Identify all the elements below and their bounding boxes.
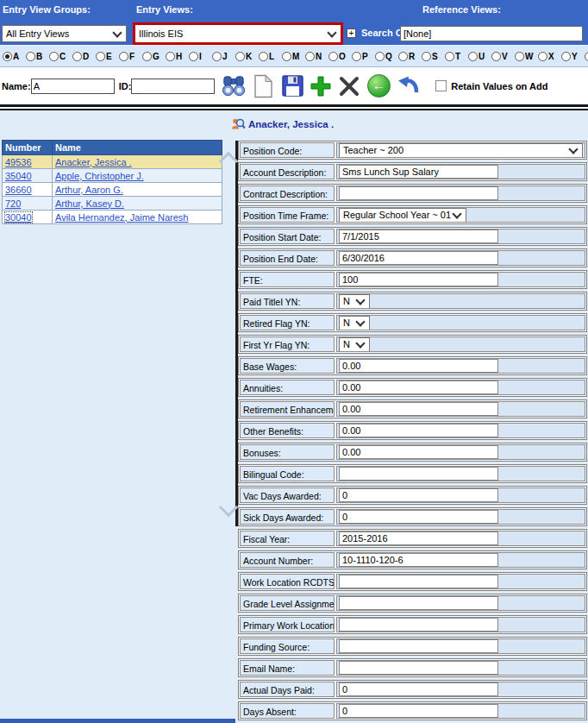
alphabet-option-f[interactable]: F (119, 52, 142, 61)
table-row[interactable]: 49536Anacker, Jessica . (3, 155, 222, 169)
alphabet-option-a[interactable]: A (3, 52, 26, 61)
radio-icon[interactable] (72, 52, 82, 61)
field-select-first-yr-flag-yn[interactable]: N (339, 337, 370, 352)
alphabet-option-s[interactable]: S (422, 52, 445, 61)
radio-icon[interactable] (166, 52, 175, 61)
row-name-link[interactable]: Apple, Christopher J. (55, 171, 144, 181)
row-number-link[interactable]: 720 (5, 198, 21, 209)
field-input-contract-description[interactable] (339, 186, 498, 200)
alphabet-option-r[interactable]: R (398, 52, 422, 61)
radio-icon[interactable] (398, 52, 408, 61)
radio-icon[interactable] (282, 52, 291, 61)
radio-icon[interactable] (352, 52, 361, 61)
row-number-link[interactable]: 30040 (5, 212, 32, 223)
row-number-link[interactable]: 49536 (5, 157, 32, 167)
field-input-fiscal-year[interactable] (339, 531, 498, 545)
alphabet-option-n[interactable]: N (305, 52, 328, 61)
radio-icon[interactable] (538, 52, 547, 61)
field-input-retirement-enhancements[interactable] (339, 402, 498, 416)
add-icon[interactable] (310, 75, 332, 97)
entry-view-groups-select[interactable]: All Entry Views (2, 25, 127, 42)
field-input-email-name[interactable] (339, 661, 498, 675)
alphabet-option-l[interactable]: L (259, 52, 282, 61)
radio-icon[interactable] (212, 52, 222, 61)
expand-search-options-icon[interactable]: + (347, 28, 356, 38)
new-record-icon[interactable] (251, 73, 275, 99)
radio-icon[interactable] (119, 52, 128, 61)
radio-icon[interactable] (491, 52, 501, 61)
radio-icon[interactable] (259, 52, 268, 61)
alphabet-option-j[interactable]: J (212, 52, 235, 61)
alphabet-option-d[interactable]: D (72, 52, 96, 61)
field-input-account-description[interactable] (339, 165, 498, 179)
table-row[interactable]: 36660Arthur, Aaron G. (3, 183, 222, 197)
alphabet-option-b[interactable]: B (26, 52, 49, 61)
field-input-annuities[interactable] (339, 380, 498, 394)
row-name-link[interactable]: Anacker, Jessica . (55, 157, 132, 167)
back-icon[interactable]: ← (366, 73, 391, 99)
field-input-account-number[interactable] (339, 553, 498, 567)
field-input-other-benefits[interactable] (339, 424, 498, 437)
field-input-base-wages[interactable] (339, 359, 498, 373)
alphabet-option-t[interactable]: T (445, 52, 468, 61)
alphabet-option-i[interactable]: I (189, 52, 212, 61)
radio-icon[interactable] (328, 52, 338, 61)
field-select-position-code[interactable]: Teacher ~ 200 (339, 143, 583, 158)
alphabet-option-p[interactable]: P (352, 52, 375, 61)
col-header-name[interactable]: Name (53, 141, 222, 155)
scroll-down-icon[interactable] (219, 498, 239, 518)
row-name-link[interactable]: Avila Hernandez, Jaime Naresh (55, 212, 188, 223)
alphabet-option-w[interactable]: W (515, 52, 538, 61)
field-input-funding-source[interactable] (339, 639, 498, 653)
alphabet-option-u[interactable]: U (468, 52, 491, 61)
alphabet-option-o[interactable]: O (328, 52, 352, 61)
field-input-grade-level-assignment[interactable] (339, 596, 498, 610)
field-input-bonuses[interactable] (339, 445, 498, 459)
field-input-fte[interactable] (339, 273, 498, 286)
field-input-position-start-date[interactable] (339, 229, 498, 243)
field-input-sick-days-awarded[interactable] (339, 510, 498, 524)
radio-icon[interactable] (422, 52, 431, 61)
save-icon[interactable] (280, 73, 304, 99)
delete-icon[interactable] (337, 73, 361, 99)
field-select-position-time-frame[interactable]: Regular School Year ~ 01 (339, 208, 466, 223)
field-select-paid-titlei-yn[interactable]: N (339, 294, 370, 309)
alphabet-option-y[interactable]: Y (561, 52, 585, 61)
radio-icon[interactable] (585, 52, 588, 61)
table-row[interactable]: 30040Avila Hernandez, Jaime Naresh (3, 211, 222, 224)
alphabet-option-z[interactable]: Z (585, 52, 588, 61)
field-input-primary-work-location[interactable] (339, 618, 498, 632)
radio-icon[interactable] (49, 52, 59, 61)
id-input[interactable] (131, 79, 215, 94)
alphabet-option-g[interactable]: G (142, 52, 166, 61)
table-row[interactable]: 720Arthur, Kasey D. (3, 197, 222, 211)
radio-icon[interactable] (445, 52, 454, 61)
name-input[interactable] (31, 79, 115, 94)
radio-icon[interactable] (561, 52, 571, 61)
field-input-work-location-rcdts[interactable] (339, 575, 498, 588)
reference-views-field[interactable] (400, 26, 583, 41)
radio-icon[interactable] (189, 52, 198, 61)
undo-icon[interactable] (396, 73, 420, 99)
radio-icon[interactable] (468, 52, 478, 61)
alphabet-option-c[interactable]: C (49, 52, 72, 61)
field-input-bilingual-code[interactable] (339, 467, 498, 481)
radio-icon[interactable] (515, 52, 524, 61)
alphabet-option-q[interactable]: Q (375, 52, 398, 61)
alphabet-option-v[interactable]: V (491, 52, 515, 61)
alphabet-option-m[interactable]: M (282, 52, 305, 61)
alphabet-option-k[interactable]: K (235, 52, 259, 61)
field-input-position-end-date[interactable] (339, 251, 498, 265)
field-select-retired-flag-yn[interactable]: N (339, 316, 370, 330)
row-name-link[interactable]: Arthur, Aaron G. (55, 185, 123, 195)
radio-icon[interactable] (235, 52, 245, 61)
row-name-link[interactable]: Arthur, Kasey D. (55, 198, 124, 209)
radio-icon[interactable] (375, 52, 385, 61)
alphabet-option-h[interactable]: H (166, 52, 189, 61)
row-number-link[interactable]: 36660 (5, 185, 32, 195)
field-input-vac-days-awarded[interactable] (339, 488, 498, 502)
alphabet-option-e[interactable]: E (96, 52, 119, 61)
radio-icon[interactable] (26, 52, 35, 61)
field-input-actual-days-paid[interactable] (339, 682, 498, 696)
alphabet-option-x[interactable]: X (538, 52, 561, 61)
